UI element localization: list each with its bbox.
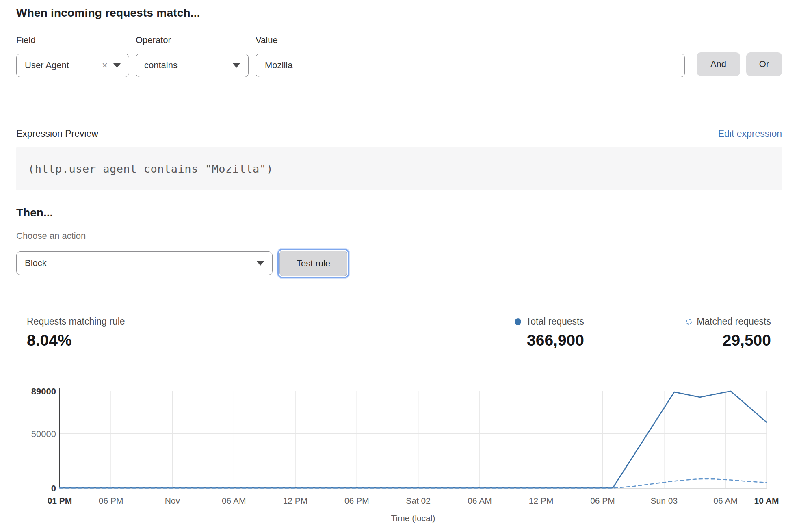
x-tick-label: 06 AM [468,496,492,505]
x-tick-label: Sat 02 [406,496,431,505]
y-tick-label: 0 [51,483,56,494]
edit-expression-link[interactable]: Edit expression [718,128,782,139]
chevron-down-icon [113,63,121,68]
operator-label: Operator [136,35,171,45]
x-tick-label: 06 AM [222,496,246,505]
action-select[interactable]: Block [16,251,273,275]
stat-total-label: Total requests [526,316,584,327]
then-title: Then... [16,206,53,219]
stat-matching-value: 8.04% [27,331,125,349]
y-tick-label: 50000 [31,429,56,439]
stat-total-requests: Total requests 366,900 [502,316,584,349]
x-tick-label: 06 PM [590,496,615,505]
expression-code-block: (http.user_agent contains "Mozilla") [16,147,782,190]
stat-matched-label: Matched requests [697,316,771,327]
choose-action-label: Choose an action [16,231,86,241]
value-label: Value [256,35,278,45]
field-select[interactable]: User Agent × [16,54,129,77]
stat-matched-requests: Matched requests 29,500 [669,316,771,349]
x-axis-title: Time (local) [391,513,435,523]
clear-field-icon[interactable]: × [102,61,108,70]
y-tick-label: 89000 [31,386,56,396]
x-tick-label: 12 PM [529,496,554,505]
field-select-value: User Agent [25,60,69,71]
x-tick-label: Nov [165,496,180,505]
stat-matching-label: Requests matching rule [27,316,125,327]
page-title: When incoming requests match... [16,6,200,19]
stat-total-value: 366,900 [502,331,584,349]
x-tick-label: 06 PM [344,496,369,505]
total-requests-legend-dot-icon [515,318,521,325]
and-button[interactable]: And [697,52,740,76]
operator-select[interactable]: contains [136,54,249,77]
field-label: Field [16,35,36,45]
x-tick-label: 01 PM [48,496,72,505]
expression-code: (http.user_agent contains "Mozilla") [28,162,273,175]
chevron-down-icon [233,63,240,68]
x-tick-label: 12 PM [283,496,308,505]
series-matched-requests [60,479,767,488]
operator-select-value: contains [144,60,178,71]
x-tick-label: Sun 03 [651,496,678,505]
expression-preview-label: Expression Preview [16,128,98,139]
x-tick-label: 06 AM [713,496,738,505]
x-tick-label: 10 AM [754,496,779,505]
value-input[interactable] [256,54,685,77]
chevron-down-icon [257,261,264,266]
x-tick-label: 06 PM [99,496,123,505]
series-total-requests [60,391,767,488]
or-button[interactable]: Or [746,52,782,76]
matched-requests-legend-dashed-circle-icon [686,319,692,325]
test-rule-button[interactable]: Test rule [279,251,347,276]
stat-requests-matching: Requests matching rule 8.04% [27,316,125,349]
firewall-rule-editor: When incoming requests match... Field Op… [0,0,812,526]
action-select-value: Block [25,258,47,268]
requests-line-chart: 0500008900001 PM06 PMNov06 AM12 PM06 PMS… [16,384,792,526]
stat-matched-value: 29,500 [669,331,771,349]
